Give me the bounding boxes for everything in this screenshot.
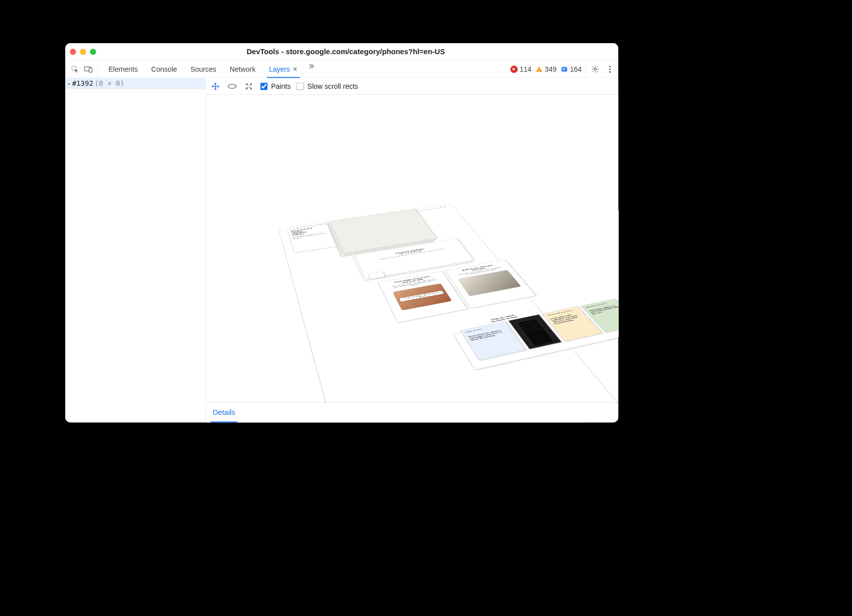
details-tab[interactable]: Details bbox=[206, 403, 242, 422]
svg-point-10 bbox=[609, 68, 611, 70]
kebab-menu-icon[interactable] bbox=[604, 63, 616, 75]
slow-scroll-checkbox-input[interactable] bbox=[297, 82, 304, 90]
details-drawer: Details bbox=[206, 402, 619, 422]
svg-point-9 bbox=[609, 66, 611, 67]
minimize-window-button[interactable] bbox=[80, 49, 86, 55]
tab-network-label: Network bbox=[230, 65, 255, 73]
device-toolbar-icon[interactable] bbox=[83, 63, 94, 75]
layer-built-to-last[interactable]: Built to last. And last.And last. Pixel … bbox=[445, 260, 536, 309]
devtools-tabbar: Elements Console Sources Network Layers … bbox=[65, 61, 618, 78]
layers-content: Paints Slow scroll rects Shop Phone bbox=[206, 78, 619, 422]
tab-elements[interactable]: Elements bbox=[102, 61, 145, 78]
layers-panel: ▸ #1392 (0 × 0) Paints bbox=[65, 78, 618, 422]
pan-icon[interactable] bbox=[210, 81, 221, 91]
svg-rect-6 bbox=[562, 68, 566, 69]
svg-point-12 bbox=[228, 84, 236, 88]
layers-3d-toolbar: Paints Slow scroll rects bbox=[206, 78, 619, 94]
paints-checkbox[interactable]: Paints bbox=[260, 82, 291, 90]
card-help-text: Need help setting up your Pixel device? … bbox=[589, 304, 618, 315]
close-window-button[interactable] bbox=[70, 49, 76, 55]
info-count: 164 bbox=[570, 65, 582, 73]
switch-line2: So much to love. bbox=[490, 316, 519, 323]
warnings-count: 349 bbox=[545, 65, 556, 73]
built-line2: And last. bbox=[472, 267, 486, 271]
layer-tree-root[interactable]: ▸ #1392 (0 × 0) bbox=[65, 78, 206, 89]
tab-layers-label: Layers bbox=[269, 65, 290, 73]
status-badges: ✕ 114 349 164 bbox=[510, 65, 583, 73]
warnings-badge[interactable]: 349 bbox=[535, 65, 556, 73]
tab-console-label: Console bbox=[151, 65, 177, 73]
window-title: DevTools - store.google.com/category/pho… bbox=[101, 47, 614, 56]
details-tab-label: Details bbox=[213, 408, 235, 417]
svg-rect-7 bbox=[562, 69, 565, 70]
svg-rect-4 bbox=[539, 70, 539, 71]
tab-console[interactable]: Console bbox=[145, 61, 184, 78]
info-badge[interactable]: 164 bbox=[560, 65, 582, 73]
rotate-icon[interactable] bbox=[227, 81, 237, 91]
warning-icon bbox=[535, 65, 543, 73]
tab-network[interactable]: Network bbox=[223, 61, 262, 78]
svg-rect-5 bbox=[561, 67, 567, 71]
svg-rect-2 bbox=[89, 68, 92, 72]
protect-line2: and your info. bbox=[402, 278, 424, 284]
slow-scroll-label: Slow scroll rects bbox=[308, 82, 358, 90]
devtools-window: DevTools - store.google.com/category/pho… bbox=[65, 43, 618, 422]
svg-rect-3 bbox=[539, 68, 539, 70]
tab-elements-label: Elements bbox=[108, 65, 137, 73]
paints-label: Paints bbox=[271, 82, 291, 90]
switch-line1: Easy to switch. bbox=[490, 314, 516, 321]
tab-sources[interactable]: Sources bbox=[184, 61, 223, 78]
errors-count: 114 bbox=[520, 65, 531, 73]
close-icon[interactable]: ✕ bbox=[293, 65, 298, 73]
errors-badge[interactable]: ✕ 114 bbox=[510, 65, 531, 73]
layer-tree-sidebar[interactable]: ▸ #1392 (0 × 0) bbox=[65, 78, 206, 422]
card-airpods-text: Pixel works with AirPods® and most Wear … bbox=[550, 312, 585, 325]
gear-icon[interactable] bbox=[590, 63, 601, 75]
paints-checkbox-input[interactable] bbox=[260, 82, 268, 90]
layers-3d-viewport[interactable]: Shop Phones Subscriptions Earbuds Watche… bbox=[206, 95, 619, 402]
slow-scroll-checkbox[interactable]: Slow scroll rects bbox=[297, 82, 358, 90]
svg-point-11 bbox=[609, 71, 611, 72]
info-icon bbox=[560, 65, 568, 73]
built-line1: Built to last. And last. bbox=[462, 264, 494, 271]
inspect-element-icon[interactable] bbox=[69, 63, 81, 75]
zoom-window-button[interactable] bbox=[90, 49, 96, 55]
traffic-lights bbox=[70, 49, 98, 55]
error-icon: ✕ bbox=[510, 65, 518, 73]
titlebar: DevTools - store.google.com/category/pho… bbox=[65, 43, 618, 61]
layer-id: #1392 bbox=[72, 79, 93, 87]
tab-layers[interactable]: Layers ✕ bbox=[262, 61, 305, 78]
more-tabs-icon[interactable] bbox=[306, 61, 317, 72]
tab-sources-label: Sources bbox=[191, 65, 216, 73]
layer-dims: (0 × 0) bbox=[95, 79, 124, 87]
reset-view-icon[interactable] bbox=[243, 81, 254, 91]
caret-right-icon: ▸ bbox=[68, 81, 71, 86]
svg-point-8 bbox=[594, 68, 597, 70]
